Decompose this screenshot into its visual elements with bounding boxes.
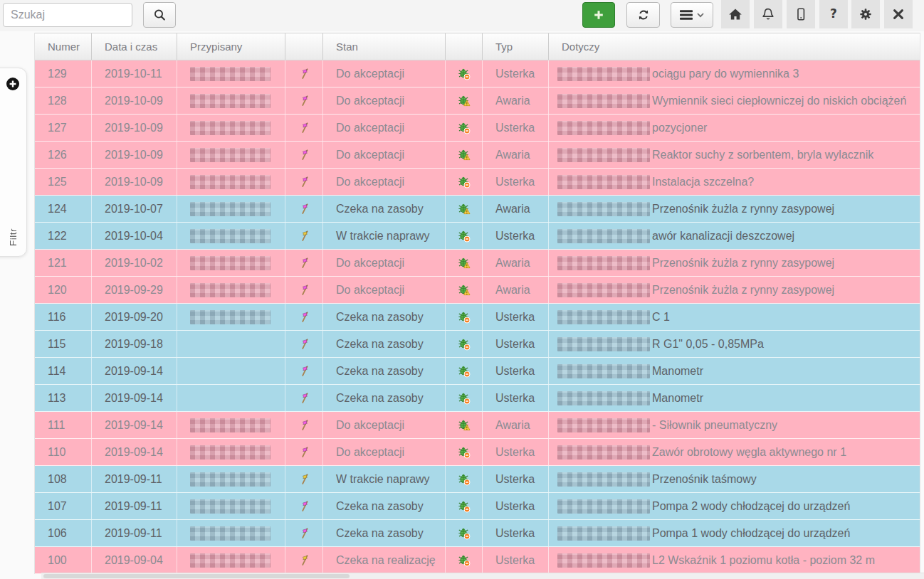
minus-badge-icon	[464, 533, 470, 539]
minus-badge-icon	[464, 182, 470, 188]
header-stan[interactable]: Stan	[323, 33, 446, 60]
flag-icon	[298, 95, 310, 107]
table-row[interactable]: 115 2019-09-18 Czeka na zasoby	[35, 331, 920, 358]
about-text: L2 Wskaźnik 1 poziomu kotła - poziom 32 …	[652, 554, 875, 567]
search-input[interactable]	[3, 3, 132, 27]
numer-cell: 116	[35, 304, 92, 330]
table-row[interactable]: 120 2019-09-29 Do akceptacji	[35, 277, 920, 304]
redacted-assignee	[190, 472, 271, 487]
scrollbar-thumb[interactable]	[43, 574, 350, 578]
flag-cell	[285, 169, 323, 195]
flag-icon	[298, 230, 310, 242]
flag-icon	[298, 257, 310, 269]
header-flag[interactable]	[285, 33, 323, 60]
numer-cell: 127	[35, 115, 92, 141]
redacted-assignee	[190, 445, 271, 460]
plus-icon	[592, 8, 606, 22]
date-cell: 2019-09-14	[92, 358, 177, 384]
table-row[interactable]: 110 2019-09-14 Do akceptacji	[35, 439, 920, 466]
redacted-about	[557, 391, 650, 405]
type-cell: Awaria	[483, 250, 549, 276]
about-text: Manometr	[652, 392, 703, 405]
about-text: Zawór obrotowy węgla aktywnego nr 1	[652, 446, 846, 459]
type-icon-cell	[446, 331, 483, 357]
horizontal-scrollbar[interactable]	[41, 573, 924, 579]
header-numer[interactable]: Numer	[35, 33, 92, 60]
bell-icon	[761, 7, 775, 21]
type-cell: Usterka	[483, 331, 549, 357]
flag-icon	[298, 122, 310, 134]
search-button[interactable]	[143, 2, 176, 28]
close-button[interactable]	[884, 0, 913, 28]
mobile-button[interactable]	[787, 0, 815, 28]
refresh-icon	[636, 8, 651, 22]
type-icon-cell	[446, 250, 483, 276]
table-row[interactable]: 108 2019-09-11 W trakcie naprawy	[35, 466, 920, 493]
bug-icon	[458, 122, 471, 134]
bug-icon	[458, 284, 471, 297]
assignee-cell	[177, 493, 285, 519]
about-cell: Reaktor suchy z sorbentem, bryla wylaczn…	[549, 142, 920, 168]
bug-icon	[458, 176, 471, 188]
table-row[interactable]: 114 2019-09-14 Czeka na zasoby	[35, 358, 920, 385]
table-row[interactable]: 116 2019-09-20 Czeka na zasoby	[35, 304, 920, 331]
settings-button[interactable]	[851, 0, 880, 28]
table-row[interactable]: 100 2019-09-04 Czeka na realizację	[35, 547, 920, 574]
table-row[interactable]: 113 2019-09-14 Czeka na zasoby	[35, 385, 920, 412]
flag-cell	[285, 223, 323, 249]
table-row[interactable]: 127 2019-10-09 Do akceptacji	[35, 115, 920, 142]
add-filter-button[interactable]	[6, 77, 20, 91]
redacted-about	[557, 472, 650, 487]
table-row[interactable]: 122 2019-10-04 W trakcie naprawy	[35, 223, 920, 250]
table-body: 129 2019-10-11 Do akceptacji	[35, 60, 920, 574]
bug-icon	[458, 392, 471, 405]
flag-cell	[285, 60, 323, 87]
assignee-cell	[177, 547, 285, 573]
help-button[interactable]: ?	[819, 0, 848, 28]
numer-cell: 111	[35, 412, 92, 438]
about-text: Przenośnik żużla z rynny zasypowej	[652, 257, 834, 270]
table-row[interactable]: 129 2019-10-11 Do akceptacji	[35, 60, 920, 87]
redacted-about	[557, 121, 650, 135]
refresh-button[interactable]	[626, 2, 660, 28]
menu-button[interactable]	[671, 2, 713, 28]
about-text: ociągu pary do wymiennika 3	[652, 68, 799, 80]
filter-panel: Filtr	[0, 68, 27, 257]
table-row[interactable]: 128 2019-10-09 Do akceptacji	[35, 87, 920, 115]
type-icon-cell	[446, 277, 483, 303]
header-type-icon[interactable]	[446, 33, 483, 60]
header-data-i-czas[interactable]: Data i czas	[92, 33, 177, 60]
assignee-cell	[177, 277, 285, 303]
table-row[interactable]: 126 2019-10-09 Do akceptacji	[35, 142, 920, 169]
numer-cell: 120	[35, 277, 92, 303]
state-cell: Czeka na zasoby	[323, 304, 446, 330]
redacted-about	[557, 256, 650, 270]
numer-cell: 126	[35, 142, 92, 168]
minus-badge-icon	[464, 236, 470, 242]
type-icon-cell	[446, 439, 483, 465]
home-button[interactable]	[721, 0, 750, 28]
table-row[interactable]: 107 2019-09-11 Czeka na zasoby	[35, 493, 920, 520]
type-icon-cell	[446, 358, 483, 384]
table-row[interactable]: 106 2019-09-11 Czeka na zasoby	[35, 520, 920, 547]
date-cell: 2019-10-11	[92, 60, 177, 87]
type-cell: Usterka	[483, 466, 549, 492]
state-cell: W trakcie naprawy	[323, 466, 446, 492]
table-row[interactable]: 111 2019-09-14 Do akceptacji	[35, 412, 920, 439]
date-cell: 2019-10-04	[92, 223, 177, 249]
state-cell: Do akceptacji	[323, 169, 446, 195]
type-cell: Usterka	[483, 493, 549, 519]
notifications-button[interactable]	[754, 0, 782, 28]
table-row[interactable]: 124 2019-10-07 Czeka na zasoby	[35, 196, 920, 223]
table-row[interactable]: 125 2019-10-09 Do akceptacji	[35, 169, 920, 196]
about-cell: Manometr	[549, 358, 920, 384]
assignee-cell	[177, 142, 285, 168]
redacted-about	[557, 175, 650, 189]
header-dotyczy[interactable]: Dotyczy	[549, 33, 920, 60]
add-button[interactable]	[582, 2, 615, 28]
redacted-assignee	[190, 310, 271, 324]
header-typ[interactable]: Typ	[483, 33, 549, 60]
table-row[interactable]: 121 2019-10-02 Do akceptacji	[35, 250, 920, 277]
header-przypisany[interactable]: Przypisany	[177, 33, 285, 60]
flag-icon	[298, 68, 310, 80]
